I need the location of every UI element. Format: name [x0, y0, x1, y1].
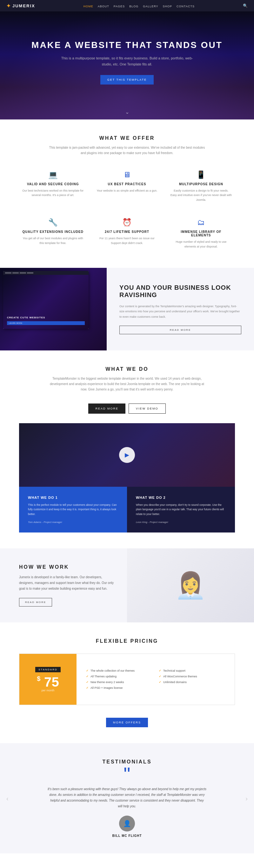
feature-6-icon: 🗂 — [170, 218, 232, 227]
howwework-section: HOW WE WORK Jumerix is developed in a fa… — [0, 548, 254, 622]
card-2-title: WHAT WE DO 2 — [136, 496, 226, 499]
logo[interactable]: ✦ JUMERIX — [6, 3, 35, 9]
how-right: 👩‍💼 — [127, 548, 254, 622]
card-2: WHAT WE DO 2 When you describe your comp… — [127, 487, 235, 532]
video-container[interactable]: ▶ — [19, 423, 235, 487]
feature-4-icon: 🔧 — [22, 218, 84, 227]
pricing-cta: MORE OFFERS — [19, 711, 235, 727]
pricing-feature-4: All WooCommerce themes — [159, 675, 225, 678]
logo-text: JUMERIX — [12, 3, 35, 8]
nav-pages[interactable]: Pages — [114, 5, 125, 8]
pricing-left: STANDARD $ 75 per month — [19, 654, 76, 705]
pricing-period: per month — [41, 689, 55, 692]
more-offers-button[interactable]: MORE OFFERS — [106, 718, 148, 727]
testimonial-name: BILL MC FLIGHT — [25, 834, 229, 837]
cards-grid: WHAT WE DO 1 This is the perfect module … — [19, 487, 235, 532]
nav-about[interactable]: About — [98, 5, 109, 8]
card-1-author: Tom Adams - Project manager — [28, 521, 118, 524]
how-cta-button[interactable]: READ MORE — [19, 598, 52, 607]
pricing-feature-5: New theme every 2 weeks — [86, 681, 152, 684]
feature-6: 🗂 IMMENSE LIBRARY OF ELEMENTS Huge numbe… — [167, 215, 235, 252]
feature-6-title: IMMENSE LIBRARY OF ELEMENTS — [170, 230, 232, 237]
pricing-feature-7: All PSD + Images license — [86, 686, 152, 689]
whatwedo-section: WHAT WE DO TemplateMonster is the bigges… — [0, 350, 254, 548]
hero-section: MAKE A WEBSITE THAT STANDS OUT This is a… — [0, 11, 254, 120]
pricing-feature-2: Technical support — [159, 669, 225, 672]
pricing-section: FLEXIBLE PRICING STANDARD $ 75 per month… — [0, 622, 254, 743]
nav-links: Home About Pages Blog Gallery Shop Conta… — [84, 3, 195, 8]
ravishing-text: Our content is generated by the Template… — [119, 304, 241, 319]
pricing-dollar: $ — [37, 675, 40, 682]
feature-6-desc: Huge number of styled and ready to use e… — [170, 240, 232, 249]
card-1-text: This is the perfect module to tell your … — [28, 503, 118, 516]
pricing-feature-1: The whole collection of our themes — [86, 669, 152, 672]
read-more-button[interactable]: READ MORE — [88, 403, 125, 414]
card-2-text: When you describe your company, don't tr… — [136, 503, 226, 516]
feature-1-icon: 💻 — [22, 170, 84, 179]
feature-3-desc: Easily customize a design to fit your ne… — [170, 188, 232, 202]
split-right: YOU AND YOUR BUSINESS LOOK RAVISHING Our… — [107, 268, 254, 350]
ravishing-cta-button[interactable]: READ MORE — [119, 326, 241, 334]
pricing-feature-3: All Themes updating — [86, 675, 152, 678]
how-title: HOW WE WORK — [19, 564, 114, 570]
pricing-amount: 75 — [44, 675, 59, 689]
pricing-box: STANDARD $ 75 per month The whole collec… — [19, 654, 235, 705]
mockup-container: CREATE Cute WEBSITES LEARN MORE — [0, 268, 107, 350]
whatwedo-subtitle: TemplateMonster is the biggest website t… — [47, 376, 207, 392]
testimonial-next-button[interactable]: › — [246, 795, 248, 802]
website-mockup: CREATE Cute WEBSITES LEARN MORE — [3, 271, 89, 329]
card-1-title: WHAT WE DO 1 — [28, 496, 118, 499]
feature-4: 🔧 QUALITY EXTENSIONS INCLUDED You get al… — [19, 215, 87, 252]
mockup-inner: CREATE Cute WEBSITES LEARN MORE — [3, 271, 89, 329]
quote-mark-icon: " — [25, 769, 229, 780]
play-button[interactable]: ▶ — [119, 447, 135, 463]
how-text: Jumerix is developed in a family-like te… — [19, 575, 114, 592]
nav-contacts[interactable]: Contacts — [177, 5, 195, 8]
feature-2-title: UX BEST PRACTICES — [96, 182, 157, 186]
feature-1-title: VALID AND SECURE CODING — [22, 182, 84, 186]
hero-cta-button[interactable]: GET THIS TEMPLATE — [100, 75, 154, 85]
feature-1-desc: Our best technicians worked on this temp… — [22, 188, 84, 197]
feature-2-desc: Your website is as simple and efficient … — [96, 188, 157, 193]
feature-2: 🖥 UX BEST PRACTICES Your website is as s… — [93, 167, 161, 205]
search-icon[interactable]: 🔍 — [243, 3, 248, 8]
feature-5: ⏰ 24/7 LIFETIME SUPPORT For 11 years the… — [93, 215, 161, 252]
feature-1: 💻 VALID AND SECURE CODING Our best techn… — [19, 167, 87, 205]
feature-4-title: QUALITY EXTENSIONS INCLUDED — [22, 230, 84, 234]
whatwedo-title: WHAT WE DO — [19, 366, 235, 372]
how-left: HOW WE WORK Jumerix is developed in a fa… — [0, 548, 127, 622]
pricing-price: $ 75 — [37, 676, 59, 689]
logo-icon: ✦ — [6, 3, 10, 9]
testimonial-text: It's been such a pleasure working with t… — [47, 786, 207, 809]
pricing-title: FLEXIBLE PRICING — [19, 638, 235, 644]
video-bg: ▶ — [19, 423, 235, 487]
ravishing-section: CREATE Cute WEBSITES LEARN MORE YOU AND … — [0, 268, 254, 350]
wwd-buttons: READ MORE VIEW DEMO — [19, 403, 235, 414]
nav-shop[interactable]: Shop — [163, 5, 172, 8]
hero-title: MAKE A WEBSITE THAT STANDS OUT — [31, 40, 223, 50]
testimonial-avatar: 👤 — [119, 815, 135, 832]
feature-5-icon: ⏰ — [96, 218, 157, 227]
feature-5-title: 24/7 LIFETIME SUPPORT — [96, 230, 157, 234]
ravishing-title: YOU AND YOUR BUSINESS LOOK RAVISHING — [119, 284, 241, 299]
feature-3-icon: 📱 — [170, 170, 232, 179]
card-1: WHAT WE DO 1 This is the perfect module … — [19, 487, 127, 532]
feature-5-desc: For 11 years there hasn't been as issue … — [96, 236, 157, 245]
nav-blog[interactable]: Blog — [129, 5, 138, 8]
nav-home[interactable]: Home — [84, 5, 93, 8]
feature-2-icon: 🖥 — [96, 170, 157, 179]
navbar: ✦ JUMERIX Home About Pages Blog Gallery … — [0, 0, 254, 11]
pricing-right: The whole collection of our themes Techn… — [76, 654, 235, 705]
offer-subtitle: This template is jam-packed with advance… — [47, 145, 207, 156]
blog-section: LATEST FROM THE BLOG 👥 VITAL WEBSITE TEM… — [0, 854, 254, 868]
features-grid: 💻 VALID AND SECURE CODING Our best techn… — [19, 167, 235, 252]
offer-title: WHAT WE OFFER — [19, 135, 235, 141]
feature-4-desc: You get all of our best modules and plug… — [22, 236, 84, 245]
split-left: CREATE Cute WEBSITES LEARN MORE — [0, 268, 107, 350]
testimonial-prev-button[interactable]: ‹ — [6, 795, 8, 802]
person-illustration: 👩‍💼 — [174, 570, 207, 600]
mockup-btn: LEARN MORE — [7, 321, 85, 325]
view-demo-button[interactable]: VIEW DEMO — [129, 403, 166, 414]
hero-subtitle: This is a multipurpose template, so it f… — [60, 55, 194, 67]
nav-gallery[interactable]: Gallery — [143, 5, 158, 8]
